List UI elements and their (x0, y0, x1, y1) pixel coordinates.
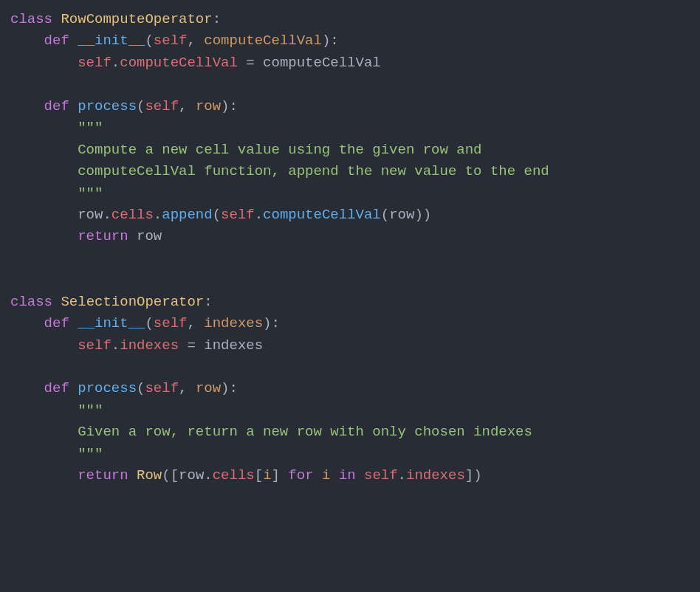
code-line[interactable]: def process(self, row): (10, 98, 238, 114)
token-param: row (196, 380, 221, 396)
token-punct: ( (381, 207, 389, 223)
token-punct: = (238, 55, 263, 71)
token-string: Compute a new cell value using the given… (78, 142, 481, 158)
token-ident (10, 32, 44, 49)
token-classname: SelectionOperator (61, 294, 204, 310)
token-ident (10, 315, 44, 331)
token-ident (10, 185, 78, 202)
token-ident (356, 467, 364, 483)
token-attr: cells (213, 467, 255, 483)
token-attr: indexes (406, 467, 465, 483)
token-string: """ (78, 446, 103, 462)
token-keyword: def (44, 32, 69, 49)
token-punct: , (179, 98, 196, 114)
code-line[interactable]: class RowComputeOperator: (10, 11, 221, 27)
token-punct: = (179, 337, 204, 354)
token-ident: row (389, 207, 414, 223)
token-param: i (263, 467, 271, 483)
token-attr: indexes (120, 337, 179, 354)
token-keyword: def (44, 315, 69, 331)
token-ident: row (179, 467, 204, 483)
code-line[interactable]: """ (10, 120, 103, 136)
token-funcname: process (78, 98, 137, 114)
token-self: self (78, 337, 111, 354)
code-line[interactable]: """ (10, 402, 103, 419)
token-ident (10, 142, 78, 158)
token-ident (10, 424, 78, 440)
token-keyword: return (78, 467, 128, 483)
code-line[interactable]: Compute a new cell value using the given… (10, 142, 482, 158)
token-punct: . (103, 207, 111, 223)
token-param: row (196, 98, 221, 114)
code-line[interactable]: def process(self, row): (10, 380, 238, 396)
token-ident (10, 446, 78, 462)
token-ident (52, 294, 61, 310)
token-punct: ): (221, 380, 238, 396)
token-punct: : (204, 294, 212, 310)
code-line[interactable]: self.indexes = indexes (10, 337, 263, 354)
token-ident (52, 11, 61, 27)
token-param: computeCellVal (204, 32, 322, 49)
token-ident (69, 98, 78, 114)
token-classname: RowComputeOperator (61, 11, 212, 27)
code-line[interactable]: return row (10, 228, 162, 244)
token-param: i (322, 467, 330, 483)
token-ident (10, 120, 78, 136)
code-line[interactable]: row.cells.append(self.computeCellVal(row… (10, 207, 431, 223)
token-string: computeCellVal function, append the new … (78, 163, 549, 179)
token-keyword: in (339, 467, 356, 483)
token-keyword: def (44, 98, 69, 114)
code-editor[interactable]: class RowComputeOperator: def __init__(s… (0, 0, 700, 496)
token-keyword: return (78, 228, 128, 244)
token-ident (69, 315, 78, 331)
token-punct: . (111, 337, 120, 354)
code-line[interactable]: return Row([row.cells[i] for i in self.i… (10, 467, 482, 483)
token-funcname: computeCellVal (263, 207, 381, 223)
code-line[interactable]: self.computeCellVal = computeCellVal (10, 55, 381, 71)
token-punct: . (398, 467, 406, 483)
token-ident (10, 402, 78, 419)
token-punct: ]) (465, 467, 482, 483)
token-ident (69, 380, 78, 396)
token-param: indexes (204, 315, 263, 331)
token-punct: ): (221, 98, 238, 114)
token-keyword: class (10, 11, 52, 27)
token-self: self (145, 380, 179, 396)
code-line[interactable]: computeCellVal function, append the new … (10, 163, 549, 179)
token-punct: ( (213, 207, 221, 223)
token-ident (10, 55, 78, 71)
token-self: self (154, 315, 188, 331)
token-string: """ (78, 120, 103, 136)
token-ident (10, 337, 78, 354)
token-classname: Row (137, 467, 162, 483)
token-punct: [ (255, 467, 263, 483)
token-punct: : (213, 11, 221, 27)
token-self: self (78, 55, 111, 71)
token-attr: computeCellVal (120, 55, 238, 71)
token-ident (10, 228, 78, 244)
token-punct: ( (137, 98, 145, 114)
token-punct: )) (414, 207, 431, 223)
token-funcname: append (162, 207, 212, 223)
token-punct: ([ (162, 467, 179, 483)
token-ident: indexes (204, 337, 263, 354)
code-line[interactable]: class SelectionOperator: (10, 294, 213, 310)
token-string: """ (78, 185, 103, 202)
token-ident (10, 207, 78, 223)
code-line[interactable]: """ (10, 185, 103, 202)
token-punct: , (187, 32, 204, 49)
token-ident (330, 467, 338, 483)
token-ident (10, 98, 44, 114)
token-funcname: __init__ (78, 315, 145, 331)
code-line[interactable]: """ (10, 446, 103, 462)
code-line[interactable]: Given a row, return a new row with only … (10, 424, 532, 440)
code-line[interactable]: def __init__(self, indexes): (10, 315, 280, 331)
token-punct: . (255, 207, 263, 223)
token-keyword: class (10, 294, 52, 310)
code-line[interactable]: def __init__(self, computeCellVal): (10, 32, 339, 49)
token-ident (69, 32, 78, 49)
token-punct: , (187, 315, 204, 331)
token-ident (128, 467, 137, 483)
token-ident (10, 163, 78, 179)
token-funcname: __init__ (78, 32, 145, 49)
